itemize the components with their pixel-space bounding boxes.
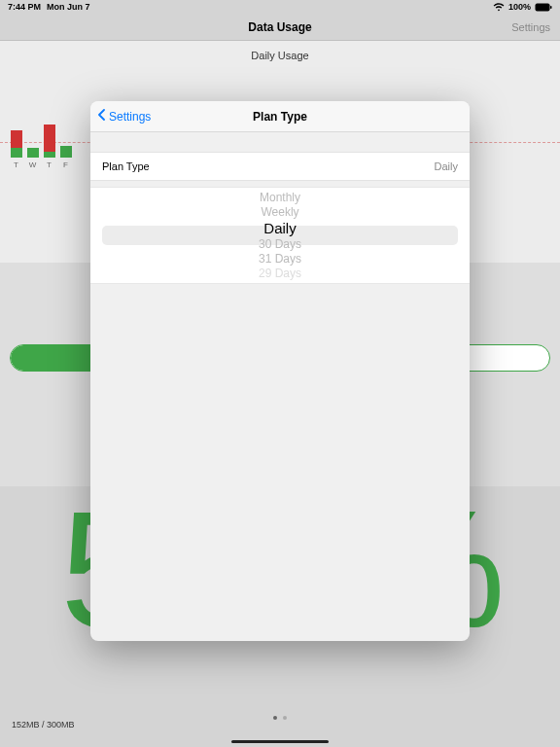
plan-type-row[interactable]: Plan Type Daily — [90, 152, 470, 181]
modal-title: Plan Type — [253, 110, 307, 124]
picker-option[interactable]: 31 Days — [259, 252, 301, 267]
plan-type-modal: Settings Plan Type Plan Type Daily Month… — [90, 101, 470, 641]
picker-option[interactable]: Daily — [263, 220, 296, 237]
back-button[interactable]: Settings — [96, 109, 151, 124]
picker-option[interactable]: 30 Days — [259, 237, 301, 252]
row-label: Plan Type — [102, 160, 150, 172]
row-value: Daily — [435, 160, 458, 172]
chevron-left-icon — [96, 109, 108, 124]
picker-option[interactable]: Monthly — [260, 191, 300, 205]
picker-option[interactable]: 29 Days — [259, 267, 301, 281]
back-label: Settings — [109, 110, 151, 124]
modal-header: Settings Plan Type — [90, 101, 470, 132]
plan-type-picker[interactable]: MonthlyWeeklyDaily30 Days31 Days29 Days — [90, 187, 470, 284]
picker-option[interactable]: Weekly — [261, 205, 298, 220]
